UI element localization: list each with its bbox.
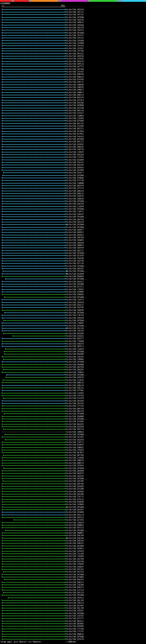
hit-bar[interactable] bbox=[3, 592, 65, 593]
hit-label[interactable]: UniRef100_Q4CG11 bbox=[66, 516, 84, 518]
hit-label[interactable]: UniRef100_C0SAE1 bbox=[66, 335, 84, 337]
hit-bar[interactable] bbox=[2, 563, 65, 565]
hit-bar[interactable] bbox=[2, 498, 65, 500]
hit-label[interactable]: UniRef100_C5KBV9 bbox=[66, 563, 84, 565]
hit-label[interactable]: UniRef100_A9S556 bbox=[66, 19, 84, 21]
hit-bar[interactable] bbox=[2, 200, 65, 202]
hit-bar[interactable] bbox=[2, 402, 65, 404]
hit-label[interactable]: UniRef100_A7T273 bbox=[66, 187, 84, 190]
hit-label[interactable]: UniRef100_B9WE42 bbox=[66, 633, 84, 635]
hit-label[interactable]: UniRef100_B6JWY7 bbox=[66, 452, 84, 454]
hit-bar[interactable] bbox=[2, 390, 65, 391]
hit-bar[interactable] bbox=[2, 418, 65, 420]
hit-bar[interactable] bbox=[2, 112, 65, 114]
hit-bar[interactable] bbox=[2, 465, 65, 466]
hit-bar[interactable] bbox=[2, 265, 65, 267]
hit-label[interactable]: UniRef100_B6TYM3 bbox=[66, 454, 84, 456]
hit-bar[interactable] bbox=[2, 130, 65, 132]
hit-label[interactable]: UniRef100_B9T432 bbox=[66, 52, 84, 54]
hit-bar[interactable] bbox=[2, 618, 65, 619]
hit-label[interactable]: UniRef100_C7BVM9 bbox=[66, 340, 84, 342]
hit-label[interactable]: UniRef100_C4WRN0 bbox=[66, 182, 84, 184]
hit-bar[interactable] bbox=[2, 53, 65, 54]
hit-bar[interactable] bbox=[2, 420, 65, 422]
hit-label[interactable]: UniRef100_UPI000... bbox=[66, 224, 87, 226]
hit-bar[interactable] bbox=[2, 164, 65, 166]
hit-label[interactable]: UniRef100_Q29ZL7 bbox=[66, 172, 84, 174]
hit-label[interactable]: UniRef100_Q42659 bbox=[66, 438, 84, 441]
hit-label[interactable]: UniRef100_Q04DH0 bbox=[66, 470, 84, 472]
hit-label[interactable]: UniRef100_Q95L19 bbox=[66, 514, 84, 516]
hit-bar[interactable] bbox=[2, 239, 65, 241]
hit-label[interactable]: UniRef100_UPI000... bbox=[66, 529, 87, 531]
hit-bar[interactable] bbox=[2, 395, 65, 396]
hit-bar[interactable] bbox=[2, 224, 67, 225]
hit-label[interactable]: UniRef100_A0D1L4 bbox=[66, 581, 84, 583]
hit-label[interactable]: UniRef100_B7QK96 bbox=[66, 177, 84, 179]
hit-label[interactable]: UniRef100_A81JQ3 bbox=[66, 327, 84, 329]
hit-bar[interactable] bbox=[2, 610, 65, 611]
hit-bar[interactable] bbox=[2, 273, 67, 274]
hit-label[interactable]: UniRef100_B4J9M2 bbox=[66, 169, 84, 171]
hit-bar[interactable] bbox=[2, 638, 65, 640]
hit-bar[interactable] bbox=[2, 574, 65, 575]
hit-label[interactable]: UniRef100_C6H7D2 bbox=[66, 356, 84, 358]
hit-bar[interactable] bbox=[2, 416, 65, 417]
hit-bar[interactable] bbox=[2, 151, 65, 153]
hit-bar[interactable] bbox=[2, 602, 65, 604]
hit-bar[interactable] bbox=[2, 294, 65, 295]
hit-label[interactable]: UniRef100_B6T1F1 bbox=[66, 128, 84, 130]
hit-bar[interactable] bbox=[2, 431, 65, 433]
hit-label[interactable]: UniRef100_Q8W101 bbox=[66, 146, 84, 148]
hit-bar[interactable] bbox=[2, 58, 65, 60]
hit-label[interactable]: UniRef100_C7T197 bbox=[66, 630, 84, 632]
hit-bar[interactable] bbox=[2, 478, 65, 479]
hit-bar[interactable] bbox=[2, 195, 65, 197]
hit-bar[interactable] bbox=[2, 206, 65, 207]
hit-bar[interactable] bbox=[2, 576, 65, 578]
hit-bar[interactable] bbox=[2, 636, 65, 637]
hit-bar[interactable] bbox=[2, 302, 65, 303]
hit-bar[interactable] bbox=[4, 312, 65, 314]
hit-label[interactable]: UniRef100_Q6XYU8 bbox=[66, 366, 84, 368]
hit-bar[interactable] bbox=[2, 190, 65, 192]
hit-label[interactable]: UniRef100_C1FE61 bbox=[66, 156, 84, 158]
hit-bar[interactable] bbox=[3, 468, 65, 469]
hit-label[interactable]: UniRef100_UPI000... bbox=[66, 594, 87, 596]
hit-label[interactable]: UniRef100_P05734 bbox=[66, 428, 84, 430]
hit-label[interactable]: UniRef100_A9NT05 bbox=[66, 86, 84, 88]
hit-label[interactable]: UniRef100_C6T417 bbox=[66, 34, 84, 36]
hit-label[interactable]: UniRef100_Q914R4 bbox=[66, 400, 84, 402]
hit-bar[interactable] bbox=[2, 37, 65, 38]
hit-label[interactable]: UniRef100_C5Z5W5 bbox=[66, 125, 84, 127]
hit-bar[interactable] bbox=[2, 198, 65, 200]
hit-bar[interactable] bbox=[2, 216, 65, 218]
hit-label[interactable]: UniRef100_Q9V1T7 bbox=[66, 338, 84, 340]
hit-bar[interactable] bbox=[2, 60, 65, 62]
hit-bar[interactable] bbox=[2, 288, 65, 290]
hit-bar[interactable] bbox=[2, 460, 65, 461]
hit-label[interactable]: UniRef100_UPI000... bbox=[66, 32, 87, 34]
hit-bar[interactable] bbox=[2, 584, 65, 586]
hit-label[interactable]: UniRef100_Q4DAF7 bbox=[66, 229, 84, 231]
hit-bar[interactable] bbox=[4, 296, 65, 298]
hit-label[interactable]: UniRef100_A8Q4G8 bbox=[66, 242, 84, 244]
hit-label[interactable]: UniRef100_A2QKK6 bbox=[66, 504, 84, 506]
hit-bar[interactable] bbox=[2, 566, 65, 568]
hit-bar[interactable] bbox=[2, 605, 65, 606]
hit-bar[interactable] bbox=[2, 73, 65, 75]
hit-bar[interactable] bbox=[2, 558, 65, 560]
hit-label[interactable]: UniRef100_A9SIV1 bbox=[66, 29, 84, 31]
hit-label[interactable]: UniRef100_A9TD00 bbox=[66, 16, 84, 18]
hit-bar[interactable] bbox=[2, 506, 67, 508]
hit-label[interactable]: UniRef100_C5WNT6 bbox=[66, 115, 84, 117]
hit-bar[interactable] bbox=[2, 291, 65, 293]
hit-bar[interactable] bbox=[2, 187, 65, 189]
hit-bar[interactable] bbox=[2, 452, 65, 453]
hit-label[interactable]: UniRef100_C6SY65 bbox=[66, 45, 84, 47]
hit-bar[interactable] bbox=[12, 335, 65, 337]
hit-bar[interactable] bbox=[2, 524, 65, 526]
hit-label[interactable]: UniRef100_UPI000... bbox=[66, 351, 87, 353]
hit-label[interactable]: UniRef100_B6T7A2 bbox=[66, 122, 84, 124]
hit-label[interactable]: UniRef100_Q75L61 bbox=[66, 498, 84, 500]
